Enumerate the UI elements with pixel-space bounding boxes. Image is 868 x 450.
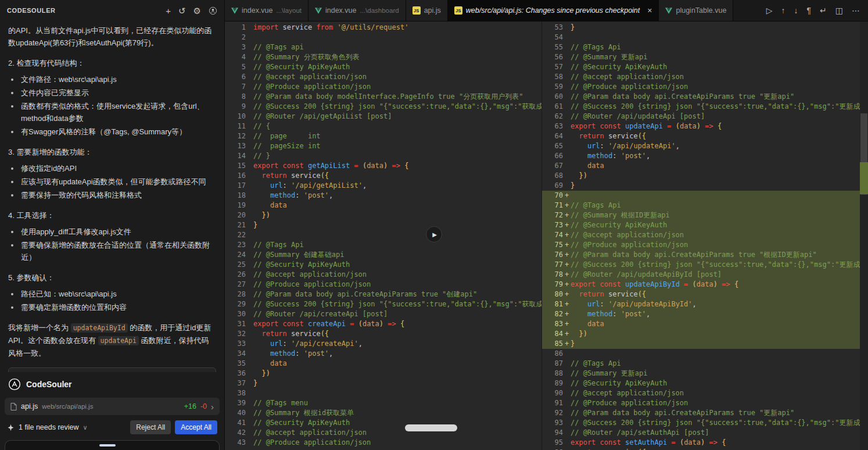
vertical-scrollbar[interactable] — [860, 22, 868, 450]
code-line: 91// @Produce application/json — [542, 398, 868, 408]
diff-plus-marker — [246, 378, 253, 388]
code-text: } — [571, 181, 868, 191]
settings-gear-icon[interactable]: ⚙ — [193, 6, 201, 15]
code-text: url: '/api/getApiList', — [253, 181, 541, 191]
diff-plus-marker: + — [563, 201, 571, 210]
chevron-right-icon[interactable]: › — [211, 402, 214, 412]
code-text: // @accept application/json — [253, 270, 541, 280]
code-text: // @accept application/json — [571, 72, 868, 82]
code-text: // @Success 200 {string} json "{"success… — [571, 418, 868, 428]
code-line: 6// @accept application/json — [225, 72, 541, 82]
more-actions-icon[interactable]: ⋯ — [852, 6, 860, 15]
code-text: export const updateApiById = (data) => { — [571, 280, 868, 290]
word-wrap-icon[interactable]: ↵ — [820, 6, 827, 15]
code-text: // @Security ApiKeyAuth — [253, 260, 541, 270]
editor-tab[interactable]: pluginTable.vue — [659, 0, 733, 21]
diff-plus-marker — [246, 52, 253, 62]
code-text: // } — [253, 151, 541, 161]
input-drag-handle[interactable] — [99, 444, 116, 447]
new-chat-icon[interactable]: + — [166, 6, 171, 15]
line-number: 41 — [225, 418, 246, 428]
code-line: 5// @Security ApiKeyAuth — [225, 62, 541, 72]
bullet-item: 路径已知：web\src\api\api.js — [20, 288, 216, 300]
code-line: 40// @Summary 根据id获取菜单 — [225, 408, 541, 418]
diff-plus-marker — [563, 161, 571, 171]
code-line: 22 — [225, 230, 541, 240]
code-line: 32 return service({ — [225, 329, 541, 339]
code-text: url: '/api/updateApi', — [571, 141, 868, 151]
account-icon[interactable] — [209, 6, 217, 15]
code-text: // @Security ApiKeyAuth — [571, 62, 868, 72]
close-icon[interactable]: × — [647, 6, 652, 15]
accept-all-button[interactable]: Accept All — [175, 420, 217, 434]
code-text: } — [571, 23, 868, 33]
split-editor-icon[interactable]: ◫ — [835, 6, 843, 15]
play-overlay-button[interactable]: ▶ — [426, 226, 442, 242]
line-number: 5 — [225, 62, 246, 72]
history-icon[interactable]: ↺ — [178, 6, 186, 15]
line-number: 75 — [542, 240, 563, 250]
line-number: 77 — [542, 260, 563, 270]
bullet-item: 使用apply_diff工具修改api.js文件 — [20, 226, 216, 238]
code-text: // @Security ApiKeyAuth — [253, 418, 541, 428]
code-line: 43// @Produce application/json — [225, 438, 541, 448]
editor-tab[interactable]: JSweb/src/api/api.js: Changes since prev… — [448, 0, 659, 21]
diff-pane-original[interactable]: 1import service from '@/utils/request'23… — [225, 22, 542, 450]
bullet-list: 路径已知：web\src\api\api.js需要确定新增函数的位置和内容 — [8, 288, 216, 313]
code-line: 25// @Security ApiKeyAuth — [225, 260, 541, 270]
editor-tab[interactable]: JSapi.js — [406, 0, 448, 21]
diff-plus-marker — [563, 102, 571, 112]
code-line: 85+} — [542, 339, 868, 349]
diff-plus-marker — [563, 428, 571, 438]
arrow-down-icon[interactable]: ↓ — [794, 6, 798, 15]
code-text: // @Tags Api — [571, 201, 868, 210]
code-text: method: 'post', — [253, 191, 541, 201]
arrow-up-icon[interactable]: ↑ — [781, 6, 785, 15]
pilcrow-icon[interactable]: ¶ — [807, 6, 812, 15]
changed-file-row[interactable]: api.js web/src/api/api.js +16 -0 › — [5, 398, 220, 415]
code-text: data — [571, 319, 868, 329]
diff-plus-marker — [246, 62, 253, 72]
diff-plus-marker: + — [563, 329, 571, 339]
code-line: 79+export const updateApiById = (data) =… — [542, 280, 868, 290]
editor-tab[interactable]: index.vue...\layout — [225, 0, 309, 21]
line-number: 20 — [225, 210, 246, 220]
code-line: 89// @Security ApiKeyAuth — [542, 378, 868, 388]
line-number: 22 — [225, 230, 246, 240]
play-icon[interactable]: ▷ — [766, 6, 773, 15]
diff-plus-marker — [246, 230, 253, 240]
code-text: // @Summary 根据ID更新api — [571, 210, 868, 220]
line-number: 95 — [542, 438, 563, 448]
code-line: 81+ url: '/api/updateApiById', — [542, 299, 868, 309]
code-line: 7// @Produce application/json — [225, 82, 541, 92]
code-line: 75+// @Produce application/json — [542, 240, 868, 250]
code-text: // @Router /api/createApi [post] — [253, 309, 541, 319]
editor-tab[interactable]: index.vue...\dashboard — [309, 0, 406, 21]
inline-code: updateApiById — [71, 323, 128, 333]
diff-plus-marker — [246, 270, 253, 280]
chevron-down-icon[interactable]: ∨ — [83, 424, 88, 431]
reject-all-button[interactable]: Reject All — [130, 420, 171, 434]
line-number: 63 — [542, 122, 563, 131]
code-text: // @Produce application/json — [253, 280, 541, 290]
diff-plus-marker — [246, 438, 253, 448]
section-heading: 2. 检查现有代码结构： — [8, 57, 216, 69]
code-line: 83+ data — [542, 319, 868, 329]
diff-plus-marker: + — [563, 319, 571, 329]
line-number: 11 — [225, 122, 246, 131]
code-text: // @accept application/json — [571, 230, 868, 240]
diff-plus-marker: + — [563, 191, 571, 201]
code-line: 88// @Summary 更新api — [542, 369, 868, 378]
code-text: }) — [571, 171, 868, 181]
horizontal-scrollbar-thumb[interactable] — [405, 424, 457, 431]
diff-plus-marker — [246, 181, 253, 191]
line-number: 87 — [542, 359, 563, 369]
diff-pane-modified[interactable]: 53}5455// @Tags Api56// @Summary 更新api57… — [542, 22, 868, 450]
bullet-item: 函数都有类似的格式：使用service发起请求，包含url、method和dat… — [20, 100, 216, 124]
added-change-marker — [860, 162, 868, 194]
tab-label: index.vue — [325, 6, 357, 15]
code-text: // @Summary 创建基础api — [253, 250, 541, 260]
edit-file-chip[interactable]: ✎ Edit File web\src\api\api.js — [8, 367, 216, 372]
chat-input[interactable] — [5, 440, 220, 450]
line-number: 12 — [225, 131, 246, 141]
